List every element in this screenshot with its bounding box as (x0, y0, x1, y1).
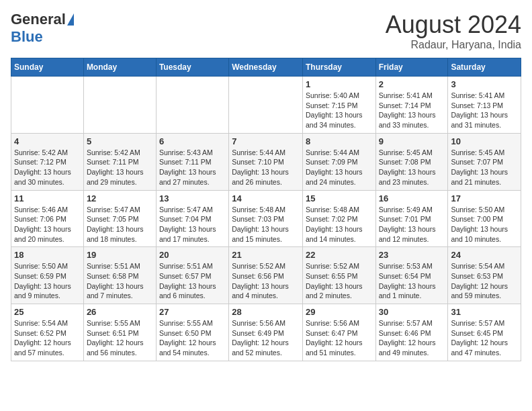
day-info: Sunrise: 5:50 AM Sunset: 7:00 PM Dayligh… (451, 205, 518, 244)
day-info: Sunrise: 5:40 AM Sunset: 7:15 PM Dayligh… (306, 91, 373, 130)
logo-triangle-icon (67, 13, 74, 26)
day-number: 19 (87, 250, 153, 260)
day-number: 20 (159, 250, 226, 260)
day-number: 13 (159, 193, 226, 203)
day-number: 21 (232, 250, 300, 260)
logo-blue-text: Blue (11, 28, 43, 46)
day-info: Sunrise: 5:49 AM Sunset: 7:01 PM Dayligh… (379, 205, 445, 244)
day-info: Sunrise: 5:57 AM Sunset: 6:45 PM Dayligh… (451, 318, 518, 358)
calendar-cell: 13Sunrise: 5:47 AM Sunset: 7:04 PM Dayli… (156, 190, 228, 247)
day-info: Sunrise: 5:43 AM Sunset: 7:11 PM Dayligh… (159, 148, 226, 187)
day-number: 25 (14, 307, 81, 317)
calendar-cell (83, 77, 156, 134)
calendar-cell: 30Sunrise: 5:57 AM Sunset: 6:46 PM Dayli… (375, 304, 448, 361)
day-header-sunday: Sunday (11, 58, 84, 77)
calendar-cell: 23Sunrise: 5:53 AM Sunset: 6:54 PM Dayli… (375, 247, 448, 304)
day-number: 14 (232, 193, 300, 203)
calendar-week-row: 11Sunrise: 5:46 AM Sunset: 7:06 PM Dayli… (11, 190, 521, 247)
day-info: Sunrise: 5:44 AM Sunset: 7:10 PM Dayligh… (232, 148, 300, 187)
day-number: 22 (306, 250, 373, 260)
calendar-cell: 24Sunrise: 5:54 AM Sunset: 6:53 PM Dayli… (448, 247, 521, 304)
calendar-week-row: 18Sunrise: 5:50 AM Sunset: 6:59 PM Dayli… (11, 247, 521, 304)
day-info: Sunrise: 5:44 AM Sunset: 7:09 PM Dayligh… (306, 148, 373, 187)
calendar-header-row: SundayMondayTuesdayWednesdayThursdayFrid… (11, 58, 521, 77)
calendar-cell (229, 77, 303, 134)
calendar-cell: 10Sunrise: 5:45 AM Sunset: 7:07 PM Dayli… (448, 133, 521, 190)
day-info: Sunrise: 5:48 AM Sunset: 7:03 PM Dayligh… (232, 205, 300, 244)
calendar-cell: 17Sunrise: 5:50 AM Sunset: 7:00 PM Dayli… (448, 190, 521, 247)
calendar-cell: 6Sunrise: 5:43 AM Sunset: 7:11 PM Daylig… (156, 133, 228, 190)
day-number: 12 (87, 193, 153, 203)
day-info: Sunrise: 5:54 AM Sunset: 6:52 PM Dayligh… (14, 318, 81, 358)
day-number: 16 (379, 193, 445, 203)
calendar-cell: 20Sunrise: 5:51 AM Sunset: 6:57 PM Dayli… (156, 247, 228, 304)
subtitle: Radaur, Haryana, India (386, 39, 521, 51)
day-info: Sunrise: 5:41 AM Sunset: 7:14 PM Dayligh… (379, 91, 445, 130)
day-number: 31 (451, 307, 518, 317)
calendar-cell: 8Sunrise: 5:44 AM Sunset: 7:09 PM Daylig… (302, 133, 375, 190)
day-number: 26 (87, 307, 153, 317)
day-info: Sunrise: 5:46 AM Sunset: 7:06 PM Dayligh… (14, 205, 81, 244)
day-number: 10 (451, 136, 518, 146)
calendar-cell: 29Sunrise: 5:56 AM Sunset: 6:47 PM Dayli… (302, 304, 375, 361)
calendar-week-row: 1Sunrise: 5:40 AM Sunset: 7:15 PM Daylig… (11, 77, 521, 134)
day-number: 3 (451, 79, 518, 89)
day-number: 15 (306, 193, 373, 203)
day-number: 27 (159, 307, 226, 317)
day-info: Sunrise: 5:47 AM Sunset: 7:04 PM Dayligh… (159, 205, 226, 244)
calendar-cell: 28Sunrise: 5:56 AM Sunset: 6:49 PM Dayli… (229, 304, 303, 361)
calendar-cell: 21Sunrise: 5:52 AM Sunset: 6:56 PM Dayli… (229, 247, 303, 304)
day-header-monday: Monday (83, 58, 156, 77)
day-info: Sunrise: 5:54 AM Sunset: 6:53 PM Dayligh… (451, 261, 518, 301)
logo-general-text: General (11, 11, 66, 28)
day-info: Sunrise: 5:52 AM Sunset: 6:56 PM Dayligh… (232, 261, 300, 301)
day-number: 23 (379, 250, 445, 260)
calendar-cell: 26Sunrise: 5:55 AM Sunset: 6:51 PM Dayli… (83, 304, 156, 361)
day-header-tuesday: Tuesday (156, 58, 228, 77)
day-header-saturday: Saturday (448, 58, 521, 77)
day-number: 1 (306, 79, 373, 89)
day-number: 4 (14, 136, 81, 146)
calendar-cell: 25Sunrise: 5:54 AM Sunset: 6:52 PM Dayli… (11, 304, 84, 361)
day-info: Sunrise: 5:52 AM Sunset: 6:55 PM Dayligh… (306, 261, 373, 301)
day-number: 9 (379, 136, 445, 146)
calendar-cell: 31Sunrise: 5:57 AM Sunset: 6:45 PM Dayli… (448, 304, 521, 361)
calendar-cell (156, 77, 228, 134)
day-info: Sunrise: 5:48 AM Sunset: 7:02 PM Dayligh… (306, 205, 373, 244)
calendar-cell: 22Sunrise: 5:52 AM Sunset: 6:55 PM Dayli… (302, 247, 375, 304)
day-info: Sunrise: 5:56 AM Sunset: 6:49 PM Dayligh… (232, 318, 300, 358)
calendar-cell (11, 77, 84, 134)
day-info: Sunrise: 5:56 AM Sunset: 6:47 PM Dayligh… (306, 318, 373, 358)
day-info: Sunrise: 5:57 AM Sunset: 6:46 PM Dayligh… (379, 318, 445, 358)
calendar-cell: 19Sunrise: 5:51 AM Sunset: 6:58 PM Dayli… (83, 247, 156, 304)
calendar-cell: 15Sunrise: 5:48 AM Sunset: 7:02 PM Dayli… (302, 190, 375, 247)
day-info: Sunrise: 5:51 AM Sunset: 6:58 PM Dayligh… (87, 261, 153, 301)
day-info: Sunrise: 5:42 AM Sunset: 7:11 PM Dayligh… (87, 148, 153, 187)
calendar-week-row: 25Sunrise: 5:54 AM Sunset: 6:52 PM Dayli… (11, 304, 521, 361)
day-number: 7 (232, 136, 300, 146)
day-number: 17 (451, 193, 518, 203)
day-info: Sunrise: 5:42 AM Sunset: 7:12 PM Dayligh… (14, 148, 81, 187)
day-info: Sunrise: 5:45 AM Sunset: 7:07 PM Dayligh… (451, 148, 518, 187)
day-number: 24 (451, 250, 518, 260)
calendar-cell: 11Sunrise: 5:46 AM Sunset: 7:06 PM Dayli… (11, 190, 84, 247)
day-header-friday: Friday (375, 58, 448, 77)
calendar-cell: 27Sunrise: 5:55 AM Sunset: 6:50 PM Dayli… (156, 304, 228, 361)
day-info: Sunrise: 5:47 AM Sunset: 7:05 PM Dayligh… (87, 205, 153, 244)
page-header: General Blue August 2024 Radaur, Haryana… (11, 11, 521, 51)
day-info: Sunrise: 5:50 AM Sunset: 6:59 PM Dayligh… (14, 261, 81, 301)
day-info: Sunrise: 5:53 AM Sunset: 6:54 PM Dayligh… (379, 261, 445, 301)
calendar-cell: 4Sunrise: 5:42 AM Sunset: 7:12 PM Daylig… (11, 133, 84, 190)
main-title: August 2024 (386, 11, 521, 39)
day-number: 18 (14, 250, 81, 260)
day-info: Sunrise: 5:45 AM Sunset: 7:08 PM Dayligh… (379, 148, 445, 187)
day-number: 5 (87, 136, 153, 146)
day-number: 28 (232, 307, 300, 317)
calendar-cell: 5Sunrise: 5:42 AM Sunset: 7:11 PM Daylig… (83, 133, 156, 190)
calendar-week-row: 4Sunrise: 5:42 AM Sunset: 7:12 PM Daylig… (11, 133, 521, 190)
calendar-cell: 12Sunrise: 5:47 AM Sunset: 7:05 PM Dayli… (83, 190, 156, 247)
day-info: Sunrise: 5:55 AM Sunset: 6:50 PM Dayligh… (159, 318, 226, 358)
calendar-cell: 18Sunrise: 5:50 AM Sunset: 6:59 PM Dayli… (11, 247, 84, 304)
day-info: Sunrise: 5:51 AM Sunset: 6:57 PM Dayligh… (159, 261, 226, 301)
calendar-cell: 7Sunrise: 5:44 AM Sunset: 7:10 PM Daylig… (229, 133, 303, 190)
